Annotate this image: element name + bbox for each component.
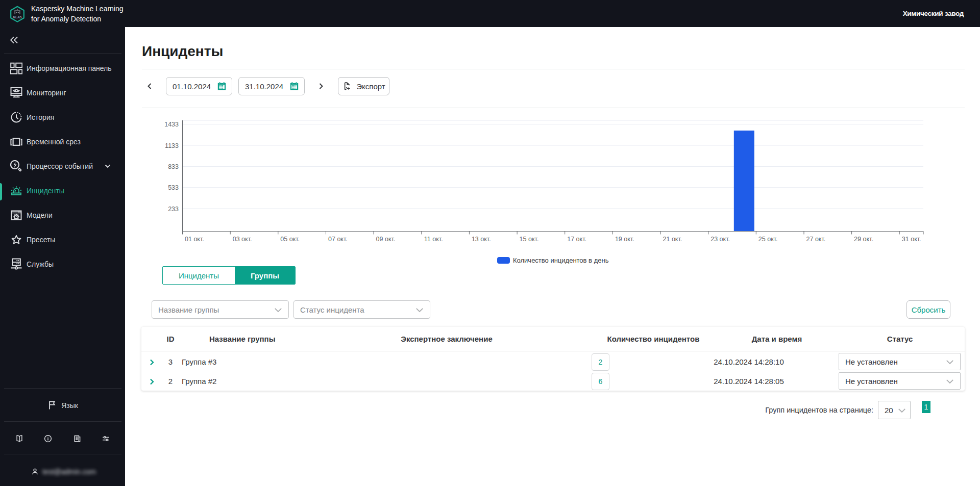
svg-text:15 окт.: 15 окт. [520,236,539,243]
svg-text:27 окт.: 27 окт. [806,236,826,243]
svg-text:07 окт.: 07 окт. [328,236,348,243]
svg-text:21 окт.: 21 окт. [663,236,682,243]
svg-text:05 окт.: 05 окт. [280,236,300,243]
svg-text:233: 233 [168,206,179,213]
svg-text:09 окт.: 09 окт. [376,236,396,243]
svg-text:19 окт.: 19 окт. [615,236,634,243]
svg-text:17 окт.: 17 окт. [567,236,586,243]
svg-text:11 окт.: 11 окт. [424,236,443,243]
svg-text:13 окт.: 13 окт. [472,236,491,243]
svg-text:1433: 1433 [164,121,179,128]
svg-text:03 окт.: 03 окт. [233,236,252,243]
svg-text:31 окт.: 31 окт. [902,236,921,243]
svg-text:25 окт.: 25 окт. [758,236,778,243]
svg-text:533: 533 [168,184,179,191]
svg-text:23 окт.: 23 окт. [710,236,730,243]
svg-text:833: 833 [168,163,179,170]
svg-text:MLAD: MLAD [13,16,22,19]
svg-text:29 окт.: 29 окт. [854,236,873,243]
svg-text:1133: 1133 [165,142,179,149]
svg-text:01 окт.: 01 окт. [185,236,204,243]
